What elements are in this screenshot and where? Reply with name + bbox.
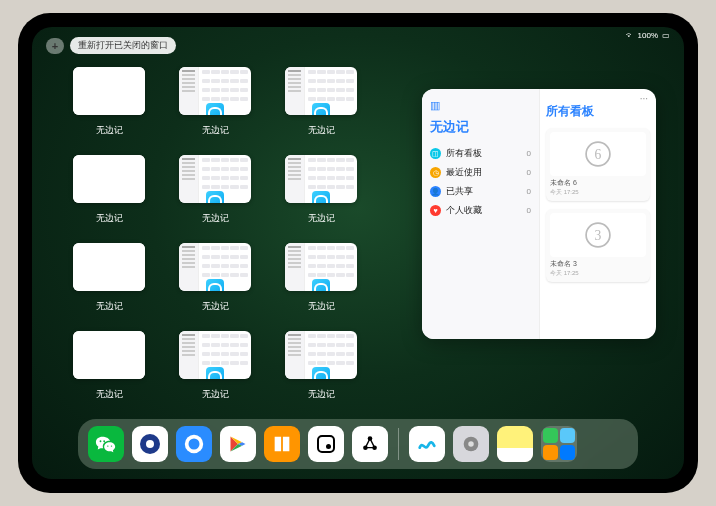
category-label: 所有看板	[446, 147, 482, 160]
dock-separator	[398, 428, 399, 460]
dock-app-play[interactable]	[220, 426, 256, 462]
category-count: 0	[527, 187, 531, 196]
window-tile[interactable]: 无边记	[278, 67, 364, 145]
tile-label: 无边记	[202, 388, 229, 401]
tile-label: 无边记	[308, 300, 335, 313]
tile-label: 无边记	[96, 300, 123, 313]
category-count: 0	[527, 206, 531, 215]
freeform-app-icon	[312, 191, 330, 203]
window-grid: 无边记无边记无边记无边记无边记无边记无边记无边记无边记无边记无边记无边记	[66, 67, 364, 409]
freeform-app-icon	[312, 103, 330, 115]
window-thumbnail	[73, 243, 145, 291]
freeform-app-icon	[312, 367, 330, 379]
screen: ᯤ 100% ▭ + 重新打开已关闭的窗口 无边记无边记无边记无边记无边记无边记…	[32, 27, 684, 479]
tile-label: 无边记	[96, 388, 123, 401]
category-grid[interactable]: ◫所有看板0	[430, 144, 531, 163]
window-thumbnail	[179, 155, 251, 203]
svg-point-5	[189, 439, 200, 450]
window-tile[interactable]: 无边记	[172, 331, 258, 409]
dock-app-notes[interactable]	[497, 426, 533, 462]
board-time: 今天 17:25	[550, 269, 646, 278]
window-tile[interactable]: 无边记	[66, 67, 152, 145]
freeform-popup: ▥ 无边记 ◫所有看板0◷最近使用0👤已共享0♥个人收藏0 ··· 所有看板 6…	[422, 89, 656, 339]
board-card[interactable]: 6未命名 6今天 17:25	[546, 128, 650, 201]
dock-app-app-blue-o[interactable]	[132, 426, 168, 462]
category-label: 已共享	[446, 185, 473, 198]
dock-app-freeform[interactable]	[409, 426, 445, 462]
tile-label: 无边记	[202, 300, 229, 313]
window-tile[interactable]: 无边记	[278, 155, 364, 233]
dock-app-books[interactable]	[264, 426, 300, 462]
freeform-app-icon	[312, 279, 330, 291]
category-count: 0	[527, 168, 531, 177]
top-bar: + 重新打开已关闭的窗口	[46, 37, 176, 54]
reopen-label: 重新打开已关闭的窗口	[78, 40, 168, 50]
svg-point-10	[468, 441, 474, 447]
window-thumbnail	[73, 67, 145, 115]
new-window-button[interactable]: +	[46, 38, 64, 54]
clock-icon: ◷	[430, 167, 441, 178]
category-heart[interactable]: ♥个人收藏0	[430, 201, 531, 220]
grid-icon: ◫	[430, 148, 441, 159]
dock-app-settings[interactable]	[453, 426, 489, 462]
tile-label: 无边记	[202, 124, 229, 137]
sidebar-toggle-icon[interactable]: ▥	[430, 99, 531, 112]
ipad-frame: ᯤ 100% ▭ + 重新打开已关闭的窗口 无边记无边记无边记无边记无边记无边记…	[18, 13, 698, 493]
tile-label: 无边记	[202, 212, 229, 225]
tile-label: 无边记	[308, 124, 335, 137]
category-count: 0	[527, 149, 531, 158]
window-thumbnail	[285, 67, 357, 115]
svg-text:3: 3	[595, 228, 602, 243]
window-thumbnail	[179, 243, 251, 291]
window-tile[interactable]: 无边记	[66, 243, 152, 321]
window-thumbnail	[73, 155, 145, 203]
window-thumbnail	[285, 243, 357, 291]
dock-app-triple-dot[interactable]	[352, 426, 388, 462]
battery-icon: ▭	[662, 31, 670, 40]
freeform-app-icon	[206, 191, 224, 203]
board-name: 未命名 6	[550, 178, 646, 188]
dock-app-dot-box[interactable]	[308, 426, 344, 462]
wifi-icon: ᯤ	[626, 31, 634, 40]
tile-label: 无边记	[308, 388, 335, 401]
window-tile[interactable]: 无边记	[172, 243, 258, 321]
window-tile[interactable]: 无边记	[172, 155, 258, 233]
dock-app-wechat[interactable]	[88, 426, 124, 462]
tile-label: 无边记	[96, 212, 123, 225]
tile-label: 无边记	[308, 212, 335, 225]
category-label: 最近使用	[446, 166, 482, 179]
dock-app-qq-browser[interactable]	[176, 426, 212, 462]
window-thumbnail	[179, 67, 251, 115]
popup-content: ··· 所有看板 6未命名 6今天 17:253未命名 3今天 17:25	[540, 89, 656, 339]
freeform-app-icon	[100, 367, 118, 379]
svg-text:6: 6	[595, 147, 602, 162]
reopen-closed-window-button[interactable]: 重新打开已关闭的窗口	[70, 37, 176, 54]
dock	[78, 419, 638, 469]
freeform-app-icon	[100, 191, 118, 203]
window-tile[interactable]: 无边记	[66, 331, 152, 409]
board-thumbnail: 3	[550, 213, 646, 257]
window-thumbnail	[285, 331, 357, 379]
window-tile[interactable]: 无边记	[278, 243, 364, 321]
popup-left-title: 无边记	[430, 118, 531, 136]
app-library-icon[interactable]	[541, 426, 577, 462]
plus-icon: +	[52, 40, 58, 52]
window-thumbnail	[179, 331, 251, 379]
category-person[interactable]: 👤已共享0	[430, 182, 531, 201]
popup-right-title: 所有看板	[546, 103, 650, 120]
freeform-app-icon	[206, 279, 224, 291]
window-tile[interactable]: 无边记	[66, 155, 152, 233]
freeform-app-icon	[100, 103, 118, 115]
window-tile[interactable]: 无边记	[172, 67, 258, 145]
freeform-app-icon	[206, 367, 224, 379]
more-button[interactable]: ···	[640, 93, 648, 104]
board-card[interactable]: 3未命名 3今天 17:25	[546, 209, 650, 282]
status-bar: ᯤ 100% ▭	[626, 31, 670, 40]
window-tile[interactable]: 无边记	[278, 331, 364, 409]
freeform-app-icon	[100, 279, 118, 291]
tile-label: 无边记	[96, 124, 123, 137]
category-clock[interactable]: ◷最近使用0	[430, 163, 531, 182]
heart-icon: ♥	[430, 205, 441, 216]
person-icon: 👤	[430, 186, 441, 197]
board-time: 今天 17:25	[550, 188, 646, 197]
